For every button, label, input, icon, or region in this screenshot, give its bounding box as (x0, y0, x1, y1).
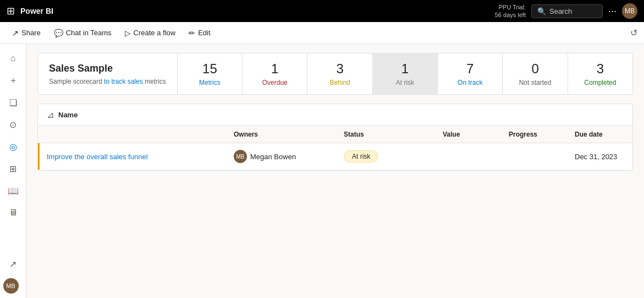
metric-tile-completed[interactable]: 3 Completed (568, 53, 632, 94)
actionbar: ↗ Share 💬 Chat in Teams ▷ Create a flow … (0, 22, 644, 44)
metric-tile-notstarted[interactable]: 0 Not started (503, 53, 568, 94)
col-header-status: Status (344, 131, 443, 138)
table-col-headers: Owners Status Value Progress Due date (38, 126, 632, 143)
col-header-duedate: Due date (575, 131, 633, 138)
scorecard-table: ⊿ Name Owners Status Value Progress Due … (37, 104, 633, 171)
due-date-cell: Dec 31, 2023 (575, 153, 633, 161)
filter-icon[interactable]: ⊿ (47, 110, 54, 120)
metric-tile-behind[interactable]: 3 Behind (307, 53, 372, 94)
col-header-name (47, 131, 234, 138)
main-layout: ⌂ ＋ ❑ ⊙ ◎ ⊞ 📖 🖥 ↗ MB Sales Sample Sample… (0, 44, 644, 298)
edit-button[interactable]: ✏ Edit (183, 26, 216, 40)
scorecard-title-section: Sales Sample Sample scorecard to track s… (38, 53, 178, 94)
sidebar-expand-icon[interactable]: ↗ (3, 254, 23, 274)
chat-icon: 💬 (54, 29, 63, 37)
content-area: Sales Sample Sample scorecard to track s… (26, 44, 644, 298)
sidebar-user-avatar[interactable]: MB (3, 278, 19, 294)
col-header-progress: Progress (509, 131, 575, 138)
col-header-value: Value (443, 131, 509, 138)
col-header-owners: Owners (234, 131, 344, 138)
sidebar-apps-icon[interactable]: ⊞ (3, 159, 23, 178)
column-name-header: Name (58, 111, 78, 119)
metric-tile-metrics[interactable]: 15 Metrics (178, 53, 243, 94)
create-flow-button[interactable]: ▷ Create a flow (119, 26, 181, 40)
trial-info: PPU Trial: 56 days left (495, 3, 526, 19)
refresh-icon[interactable]: ↺ (630, 28, 637, 38)
owner-cell: MB Megan Bowen (234, 150, 344, 163)
search-box[interactable]: 🔍 Search (531, 4, 603, 18)
scorecard-header: Sales Sample Sample scorecard to track s… (37, 53, 633, 95)
sidebar-datahub-icon[interactable]: ⊙ (3, 115, 23, 134)
owner-name: Megan Bowen (250, 153, 296, 161)
search-icon: 🔍 (537, 7, 546, 15)
status-cell: At risk (344, 150, 443, 162)
owner-avatar: MB (234, 150, 247, 163)
metric-tile-atrisk[interactable]: 1 At risk (373, 53, 438, 94)
row-name[interactable]: Improve the overall sales funnel (47, 153, 234, 161)
app-title: Power BI (20, 7, 53, 15)
more-options-icon[interactable]: ··· (608, 6, 617, 17)
table-toolbar: ⊿ Name (38, 104, 632, 126)
chat-teams-button[interactable]: 💬 Chat in Teams (48, 26, 117, 40)
sidebar: ⌂ ＋ ❑ ⊙ ◎ ⊞ 📖 🖥 ↗ MB (0, 44, 26, 298)
share-button[interactable]: ↗ Share (7, 26, 46, 40)
sidebar-home-icon[interactable]: ⌂ (3, 48, 23, 68)
waffle-menu-icon[interactable]: ⊞ (7, 5, 15, 17)
sidebar-learn-icon[interactable]: 📖 (3, 181, 23, 201)
metric-tile-overdue[interactable]: 1 Overdue (243, 53, 307, 94)
sidebar-browse-icon[interactable]: ❑ (3, 93, 23, 112)
sidebar-create-icon[interactable]: ＋ (3, 71, 23, 90)
flow-icon: ▷ (125, 29, 131, 37)
sidebar-monitor-icon[interactable]: 🖥 (3, 203, 23, 223)
scorecard-link[interactable]: to track sales (104, 78, 143, 85)
share-icon: ↗ (12, 29, 19, 37)
metric-tile-ontrack[interactable]: 7 On track (438, 53, 503, 94)
user-avatar[interactable]: MB (622, 3, 637, 19)
status-badge: At risk (344, 150, 378, 162)
sidebar-goals-icon[interactable]: ◎ (3, 137, 23, 156)
topbar: ⊞ Power BI PPU Trial: 56 days left 🔍 Sea… (0, 0, 644, 22)
edit-icon: ✏ (189, 29, 195, 37)
scorecard-title: Sales Sample (49, 63, 166, 74)
table-row: Improve the overall sales funnel MB Mega… (38, 143, 632, 170)
scorecard-description: Sample scorecard to track sales metrics (49, 78, 166, 85)
